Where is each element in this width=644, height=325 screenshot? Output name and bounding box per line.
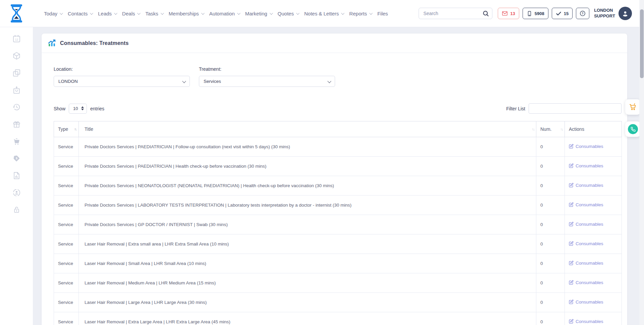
consumables-link[interactable]: Consumables [569, 241, 603, 246]
num-cell: 0 [536, 234, 565, 254]
avatar[interactable] [619, 7, 632, 20]
chevron-down-icon [237, 11, 240, 15]
nav-item-memberships[interactable]: Memberships [169, 11, 204, 16]
num-cell: 0 [536, 273, 565, 293]
sidebar-item-products[interactable] [11, 51, 22, 60]
sidebar-item-duplicates[interactable] [11, 68, 22, 77]
title-cell: Private Doctors Services | GP DOCTOR / I… [79, 215, 536, 234]
check-icon [556, 11, 561, 16]
nav-item-quotes[interactable]: Quotes [278, 11, 299, 16]
edit-icon [569, 280, 574, 285]
nav-item-marketing[interactable]: Marketing [245, 11, 272, 16]
chart-icon [48, 39, 56, 47]
scrollbar[interactable] [639, 0, 644, 325]
sidebar-item-reports[interactable] [11, 171, 22, 180]
nav-item-files[interactable]: Files [377, 11, 388, 16]
nav-item-notes-letters[interactable]: Notes & Letters [304, 11, 343, 16]
chevron-down-icon [60, 11, 63, 15]
num-cell: 0 [536, 137, 565, 157]
actions-cell: Consumables [565, 234, 622, 254]
tasks-badge[interactable]: 15 [552, 8, 573, 19]
question-circle-icon: ? [579, 10, 586, 17]
actions-cell: Consumables [565, 254, 622, 273]
type-cell: Service [54, 293, 79, 312]
consumables-link[interactable]: Consumables [569, 163, 603, 168]
user-name-line2: SUPPORT [594, 13, 615, 19]
scrollbar-thumb[interactable] [640, 9, 644, 78]
type-cell: Service [54, 157, 79, 176]
report-document-icon [12, 171, 21, 180]
nav-item-contacts[interactable]: Contacts [68, 11, 92, 16]
topbar-right: 13 5908 15 ? LONDON SUPPORT [419, 7, 644, 20]
filter-list-input[interactable] [529, 103, 622, 114]
treatment-select[interactable]: Services [199, 76, 335, 87]
search-icon[interactable] [482, 10, 489, 18]
title-cell: Laser Hair Removal | Medium Area | LHR M… [79, 273, 536, 293]
title-cell: Laser Hair Removal | Extra small area | … [79, 234, 536, 254]
sidebar-item-history[interactable] [11, 103, 22, 112]
help-button[interactable]: ? [576, 8, 589, 19]
calls-badge[interactable]: 5908 [523, 8, 548, 19]
phone-icon [628, 124, 638, 134]
messages-count: 13 [510, 11, 515, 16]
messages-badge[interactable]: 13 [498, 8, 519, 19]
bag-download-icon [12, 86, 21, 95]
show-label: Show [54, 106, 65, 111]
app-logo[interactable] [0, 4, 33, 23]
calendar-icon: 12 [12, 34, 21, 43]
search-input[interactable] [419, 8, 492, 19]
sidebar-item-security[interactable] [11, 205, 22, 214]
sidebar-item-calendar[interactable]: 12 [11, 34, 22, 43]
entries-label: entries [90, 106, 104, 111]
sidebar-item-gifts[interactable] [11, 120, 22, 129]
consumables-link[interactable]: Consumables [569, 144, 603, 149]
sidebar-item-pricing[interactable]: $ [11, 154, 22, 163]
chevron-down-icon [182, 79, 186, 83]
table-row: Service Laser Hair Removal | Medium Area… [54, 273, 622, 293]
edit-icon [569, 241, 574, 246]
phone-fab-button[interactable] [625, 121, 641, 137]
edit-icon [569, 202, 574, 207]
nav-item-automation[interactable]: Automation [209, 11, 239, 16]
num-cell: 0 [536, 312, 565, 325]
title-cell: Private Doctors Services | LABORATORY TE… [79, 196, 536, 215]
actions-cell: Consumables [565, 137, 622, 157]
svg-text:$: $ [15, 157, 17, 160]
column-header-title[interactable]: Title ↑↓ [79, 121, 536, 137]
consumables-link[interactable]: Consumables [569, 183, 603, 188]
table-row: Service Private Doctors Services | PAEDI… [54, 157, 622, 176]
nav-item-deals[interactable]: Deals [122, 11, 140, 16]
nav-item-reports[interactable]: Reports [349, 11, 372, 16]
sidebar-item-orders[interactable] [11, 86, 22, 95]
cart-fab-button[interactable] [625, 99, 641, 115]
column-header-type[interactable]: Type ↑↓ [54, 121, 79, 137]
chevron-down-icon [90, 11, 93, 15]
consumables-link[interactable]: Consumables [569, 261, 603, 266]
page-length-value: 10 [73, 106, 78, 111]
topbar: Today Contacts Leads Deals Tasks Members… [0, 0, 644, 27]
table-row: Service Laser Hair Removal | Extra small… [54, 234, 622, 254]
title-cell: Private Doctors Services | PAEDIATRICIAN… [79, 137, 536, 157]
nav-item-today[interactable]: Today [44, 11, 62, 16]
table-row: Service Private Doctors Services | NEONA… [54, 176, 622, 196]
page-length-select[interactable]: 10 [69, 104, 87, 114]
chevron-down-icon [201, 11, 205, 15]
consumables-link[interactable]: Consumables [569, 319, 603, 324]
consumables-link[interactable]: Consumables [569, 300, 603, 305]
sidebar-item-account[interactable] [11, 188, 22, 197]
sidebar-item-cart[interactable] [11, 137, 22, 146]
nav-item-leads[interactable]: Leads [98, 11, 116, 16]
actions-cell: Consumables [565, 312, 622, 325]
consumables-link[interactable]: Consumables [569, 280, 603, 285]
actions-cell: Consumables [565, 293, 622, 312]
nav-item-tasks[interactable]: Tasks [145, 11, 163, 16]
location-select[interactable]: LONDON [54, 76, 190, 87]
edit-icon [569, 144, 574, 149]
page-title: Consumables: Treatments [60, 40, 129, 46]
filter-list-control: Filter List [506, 103, 622, 114]
consumables-link[interactable]: Consumables [569, 222, 603, 227]
actions-cell: Consumables [565, 273, 622, 293]
title-cell: Laser Hair Removal | Extra Large Area | … [79, 312, 536, 325]
column-header-num[interactable]: Num. ↑↓ [536, 121, 565, 137]
consumables-link[interactable]: Consumables [569, 202, 603, 207]
